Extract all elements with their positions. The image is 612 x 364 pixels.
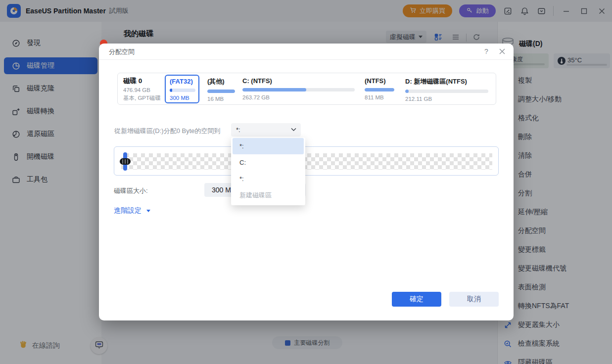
partition-size: 263.72 GB bbox=[242, 94, 349, 100]
cancel-button[interactable]: 取消 bbox=[449, 292, 499, 307]
allocate-from-label: 從新增磁碟區(D:)分配0 Byte的空間到 bbox=[114, 127, 221, 136]
dropdown-option-1[interactable]: C: bbox=[233, 154, 304, 171]
dialog-close-icon[interactable] bbox=[498, 47, 507, 56]
partition-block-0[interactable]: (FAT32) 300 MB bbox=[165, 75, 199, 103]
partition-size: 212.11 GB bbox=[405, 96, 492, 102]
slider-grip[interactable] bbox=[120, 158, 131, 165]
partition-block-1[interactable]: (其他) 16 MB bbox=[203, 75, 235, 103]
target-select-value: *: bbox=[236, 126, 240, 134]
partition-size: 811 MB bbox=[365, 94, 388, 100]
partition-usage-bar bbox=[170, 89, 195, 92]
partition-size: 16 MB bbox=[207, 96, 231, 102]
dropdown-option-label: 新建磁碟區 bbox=[239, 191, 272, 200]
partition-name: (FAT32) bbox=[170, 78, 194, 85]
ok-button[interactable]: 確定 bbox=[392, 292, 441, 307]
dropdown-option-3[interactable]: 新建磁碟區 bbox=[233, 187, 304, 203]
dropdown-option-2[interactable]: *: bbox=[233, 171, 304, 187]
partition-size: 300 MB bbox=[170, 95, 194, 101]
partition-size-label: 磁碟區大小: bbox=[114, 186, 148, 195]
partition-block-2[interactable]: C: (NTFS) 263.72 GB bbox=[238, 75, 353, 103]
advanced-settings-link[interactable]: 進階設定 bbox=[114, 206, 150, 215]
partition-name: D: 新增磁碟區(NTFS) bbox=[405, 77, 492, 86]
partition-block-3[interactable]: (NTFS) 811 MB bbox=[361, 75, 392, 103]
advanced-settings-label: 進階設定 bbox=[114, 206, 141, 215]
disk-map-panel: 磁碟 0 476.94 GB 基本, GPT磁碟 (FAT32) 300 MB … bbox=[117, 73, 496, 105]
partition-name: C: (NTFS) bbox=[242, 77, 349, 85]
partition-name: (NTFS) bbox=[365, 77, 388, 85]
caret-down-icon bbox=[146, 210, 150, 212]
disk-name: 磁碟 0 bbox=[123, 77, 161, 86]
partition-usage-bar bbox=[242, 88, 355, 91]
space-slider bbox=[114, 146, 499, 176]
dropdown-option-label: *: bbox=[239, 175, 244, 182]
partition-usage-bar bbox=[365, 88, 394, 91]
partition-usage-bar bbox=[405, 90, 488, 93]
dropdown-option-label: *: bbox=[239, 142, 244, 150]
dialog-header: 分配空間 ? bbox=[99, 44, 514, 60]
dropdown-option-label: C: bbox=[239, 159, 246, 166]
partition-name: (其他) bbox=[207, 77, 231, 86]
dialog-title: 分配空間 bbox=[109, 44, 135, 60]
disk-type: 基本, GPT磁碟 bbox=[123, 94, 161, 102]
target-partition-select[interactable]: *: bbox=[231, 123, 301, 136]
disk-meta: 磁碟 0 476.94 GB 基本, GPT磁碟 bbox=[123, 77, 161, 102]
easeus-partition-master-window: EaseUS Partition Master 試用版 立即購買 啟動 發現 bbox=[0, 0, 612, 364]
partition-usage-bar bbox=[207, 90, 235, 93]
dropdown-option-0[interactable]: *: bbox=[233, 138, 304, 154]
chevron-down-icon bbox=[291, 128, 296, 132]
help-icon[interactable]: ? bbox=[482, 47, 491, 56]
allocate-space-dialog: 分配空間 ? 磁碟 0 476.94 GB 基本, GPT磁碟 (FAT32) … bbox=[99, 44, 514, 320]
partition-block-4[interactable]: D: 新增磁碟區(NTFS) 212.11 GB bbox=[401, 75, 496, 103]
unallocated-space-track[interactable] bbox=[121, 153, 492, 170]
disk-size: 476.94 GB bbox=[123, 87, 161, 93]
target-partition-dropdown-list: *: C: *: 新建磁碟區 bbox=[231, 137, 305, 205]
